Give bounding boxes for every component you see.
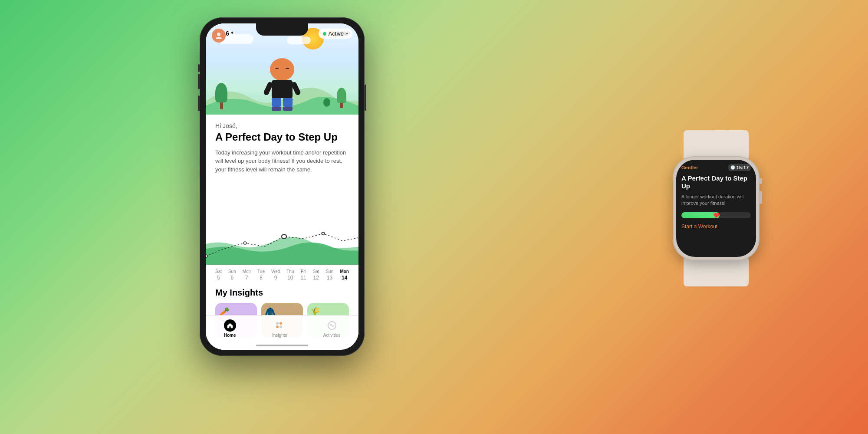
watch-app-name: Gentler [681,165,698,170]
bush-right [323,98,330,107]
active-badge[interactable]: Active ▾ [319,29,352,39]
svg-point-0 [217,33,220,36]
watch-screen: Gentler 🕐 15:17 A Perfect Day to Step Up… [676,160,756,257]
date-tue-8[interactable]: Tue 8 [257,269,265,281]
date-sun-13[interactable]: Sun 13 [326,269,334,281]
watch-description: A longer workout duration will improve y… [681,194,751,207]
tab-insights[interactable]: Insights [272,319,287,338]
watch-body: Gentler 🕐 15:17 A Perfect Day to Step Up… [673,156,760,260]
chart-svg [206,217,358,265]
tree-left [215,83,227,109]
chevron-down-icon: ▾ [346,31,348,36]
svg-point-4 [322,232,325,235]
watch-time: 15:17 [736,165,749,170]
watch-progress-bar: ❤️ [681,212,751,218]
volume-down-button[interactable] [198,95,200,111]
main-content: Hi José, A Perfect Day to Step Up Today … [206,115,358,217]
activities-tab-icon [326,319,338,332]
fitness-chart [206,217,358,265]
svg-point-6 [276,322,279,325]
tab-activities[interactable]: Activities [323,319,340,338]
tab-insights-label: Insights [272,333,287,338]
insights-tab-icon [273,319,286,332]
clock-icon: 🕐 [730,165,735,170]
tab-bar: Home Insights [206,315,358,350]
tree-right [337,88,346,108]
volume-up-button[interactable] [198,74,200,89]
watch-header: Gentler 🕐 15:17 [681,164,751,171]
person-icon [214,31,223,40]
svg-point-9 [279,326,282,328]
character-illustration [267,58,297,111]
watch-band-bottom [684,258,749,286]
date-row: Sat 5 Sun 6 Mon 7 Tue 8 Wed 9 [206,265,358,288]
phone-screen: 3:16 ⌖ ▪▪▪ 📶 [206,23,358,350]
main-description: Today increasing your workout time and/o… [215,148,349,174]
insights-title: My Insights [215,288,349,298]
watch-side-button[interactable] [760,178,762,184]
mute-button[interactable] [198,64,200,72]
date-fri-11[interactable]: Fri 11 [300,269,306,281]
date-sun-6[interactable]: Sun 6 [228,269,236,281]
watch-device: Gentler 🕐 15:17 A Perfect Day to Step Up… [673,156,760,260]
watch-time-badge: 🕐 15:17 [728,164,751,171]
watch-start-workout-button[interactable]: Start a Workout [681,224,751,230]
date-mon-14-active[interactable]: Mon 14 [340,269,349,281]
user-avatar[interactable] [212,29,226,43]
insights-icon [274,320,285,331]
watch-content: Gentler 🕐 15:17 A Perfect Day to Step Up… [676,160,756,257]
svg-point-7 [279,322,282,325]
heart-icon: ❤️ [713,212,720,218]
location-icon: ⌖ [231,30,233,36]
svg-point-3 [282,234,286,239]
svg-point-2 [243,242,247,244]
svg-point-1 [206,255,207,257]
tab-activities-label: Activities [323,333,340,338]
phone-device: 3:16 ⌖ ▪▪▪ 📶 [200,17,365,356]
home-icon [227,322,233,329]
watch-title: A Perfect Day to Step Up [681,174,751,190]
home-tab-icon [224,319,236,332]
activities-icon [326,320,338,331]
greeting-text: Hi José, [215,122,349,129]
main-title: A Perfect Day to Step Up [215,131,349,143]
power-button[interactable] [365,85,366,111]
svg-point-8 [276,326,279,328]
tab-home[interactable]: Home [224,319,236,338]
phone-notch [256,23,308,36]
watch-band-top [684,130,749,158]
date-thu-10[interactable]: Thu 10 [286,269,294,281]
date-mon-7[interactable]: Mon 7 [243,269,251,281]
date-wed-9[interactable]: Wed 9 [271,269,280,281]
phone-body: 3:16 ⌖ ▪▪▪ 📶 [200,17,365,356]
active-status-dot [323,32,326,36]
date-sat-12[interactable]: Sat 12 [313,269,319,281]
watch-crown[interactable] [759,191,762,204]
home-indicator [256,345,308,346]
date-sat-5[interactable]: Sat 5 [215,269,222,281]
tab-home-label: Home [224,333,236,338]
